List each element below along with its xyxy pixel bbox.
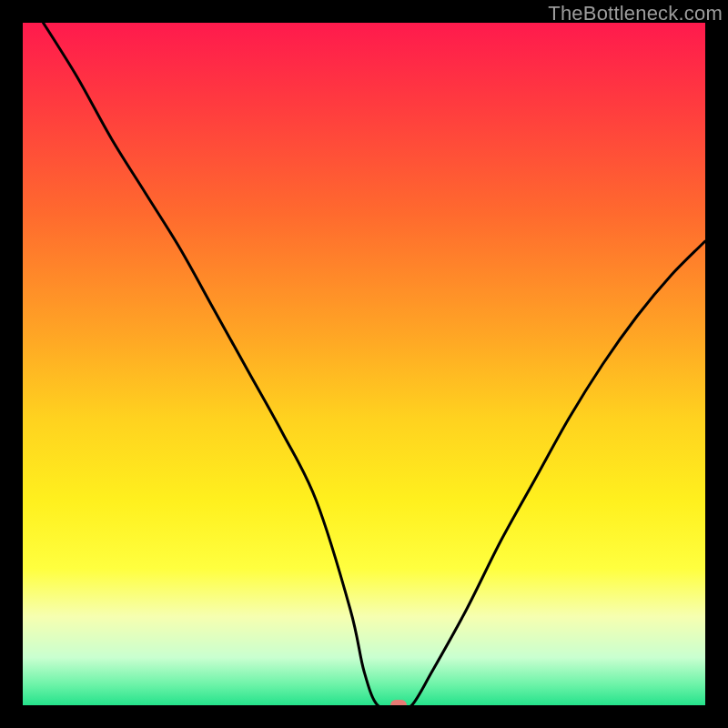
chart-frame: TheBottleneck.com xyxy=(0,0,728,728)
plot-area xyxy=(23,23,705,705)
chart-svg xyxy=(23,23,705,705)
optimal-point-marker xyxy=(390,700,407,705)
